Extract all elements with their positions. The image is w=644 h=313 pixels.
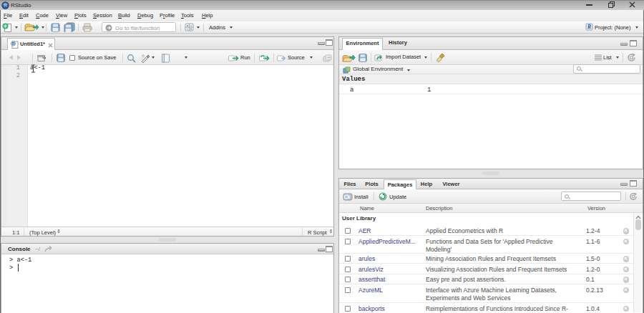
svg-text:R: R bbox=[4, 3, 7, 8]
svg-text:R: R bbox=[12, 41, 15, 46]
svg-text:R: R bbox=[587, 24, 591, 30]
